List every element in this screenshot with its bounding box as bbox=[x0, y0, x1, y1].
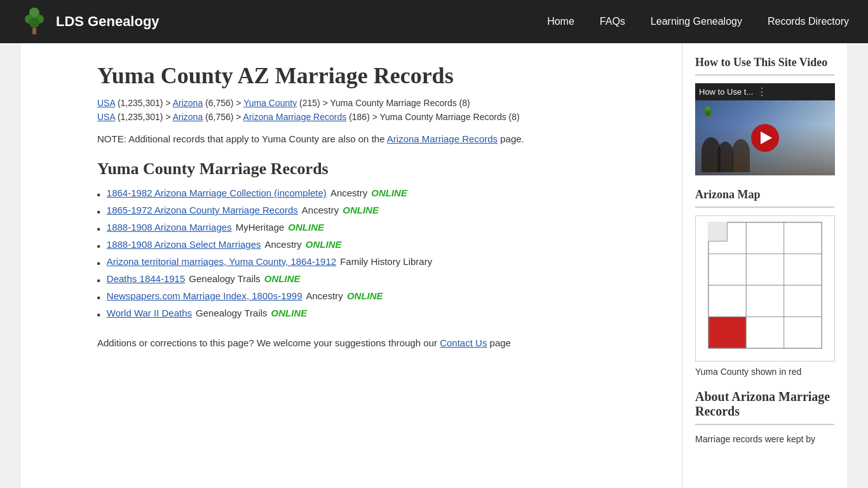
svg-rect-14 bbox=[709, 254, 746, 286]
list-item: Deaths 1844-1915 Genealogy Trails ONLINE bbox=[97, 273, 656, 284]
video-section: How to Use This Site Video How to Use t.… bbox=[695, 56, 834, 175]
svg-rect-20 bbox=[709, 317, 746, 349]
svg-rect-18 bbox=[746, 285, 783, 317]
video-body bbox=[695, 100, 835, 175]
svg-rect-16 bbox=[784, 254, 822, 286]
breadcrumb-arizona-marriage[interactable]: Arizona Marriage Records bbox=[243, 112, 347, 122]
record-link-0[interactable]: 1864-1982 Arizona Marriage Collection (i… bbox=[107, 187, 327, 198]
nav-records-directory[interactable]: Records Directory bbox=[768, 16, 849, 27]
breadcrumb-usa-1[interactable]: USA bbox=[97, 98, 115, 108]
record-link-1[interactable]: 1865-1972 Arizona County Marriage Record… bbox=[107, 205, 298, 215]
about-text: Marriage records were kept by bbox=[695, 433, 834, 446]
video-thumbnail[interactable]: How to Use t... ⋮ bbox=[695, 83, 835, 175]
contact-us-link[interactable]: Contact Us bbox=[440, 337, 487, 348]
svg-rect-15 bbox=[746, 254, 783, 286]
logo-text: LDS Genealogy bbox=[56, 13, 159, 30]
list-item: 1865-1972 Arizona County Marriage Record… bbox=[97, 205, 656, 215]
svg-rect-21 bbox=[746, 317, 783, 349]
breadcrumb-1: USA (1,235,301) > Arizona (6,756) > Yuma… bbox=[97, 98, 656, 108]
list-item: 1888-1908 Arizona Select Marriages Ances… bbox=[97, 239, 656, 250]
nav-learning-genealogy[interactable]: Learning Genealogy bbox=[651, 16, 742, 27]
breadcrumb-arizona-2[interactable]: Arizona bbox=[173, 112, 203, 122]
site-logo[interactable]: LDS Genealogy bbox=[19, 6, 159, 37]
about-section-title: About Arizona Marriage Records bbox=[695, 390, 834, 419]
svg-rect-4 bbox=[32, 28, 36, 34]
video-logo-overlay bbox=[700, 105, 715, 121]
page-wrapper: Yuma County AZ Marriage Records USA (1,2… bbox=[21, 43, 847, 488]
corrections-paragraph: Additions or corrections to this page? W… bbox=[97, 337, 656, 348]
note-paragraph: NOTE: Additional records that apply to Y… bbox=[97, 133, 656, 144]
svg-rect-13 bbox=[784, 222, 822, 254]
tree-logo-icon bbox=[19, 6, 50, 37]
section-title: Yuma County Marriage Records bbox=[97, 159, 656, 179]
svg-point-8 bbox=[705, 111, 710, 116]
video-section-title: How to Use This Site Video bbox=[695, 56, 834, 69]
video-divider bbox=[695, 74, 834, 76]
note-arizona-marriage-link[interactable]: Arizona Marriage Records bbox=[387, 133, 498, 144]
breadcrumb-yuma-county[interactable]: Yuma County bbox=[243, 98, 297, 108]
map-section-title: Arizona Map bbox=[695, 188, 834, 201]
svg-rect-9 bbox=[707, 116, 709, 119]
svg-rect-12 bbox=[746, 222, 783, 254]
sidebar: How to Use This Site Video How to Use t.… bbox=[682, 43, 847, 488]
list-item: 1888-1908 Arizona Marriages MyHeritage O… bbox=[97, 222, 656, 233]
list-item: 1864-1982 Arizona Marriage Collection (i… bbox=[97, 187, 656, 198]
record-link-7[interactable]: World War II Deaths bbox=[107, 308, 192, 318]
nav-faqs[interactable]: FAQs bbox=[600, 16, 625, 27]
svg-rect-22 bbox=[784, 317, 822, 349]
main-content: Yuma County AZ Marriage Records USA (1,2… bbox=[21, 43, 682, 488]
video-title-text: How to Use t... bbox=[699, 87, 753, 97]
breadcrumb-arizona-1[interactable]: Arizona bbox=[173, 98, 203, 108]
record-link-6[interactable]: Newspapers.com Marriage Index, 1800s-199… bbox=[107, 290, 302, 301]
map-divider bbox=[695, 207, 834, 208]
svg-rect-17 bbox=[709, 285, 746, 317]
svg-rect-19 bbox=[784, 285, 822, 317]
record-link-4[interactable]: Arizona territorial marriages, Yuma Coun… bbox=[107, 256, 336, 267]
record-link-3[interactable]: 1888-1908 Arizona Select Marriages bbox=[107, 239, 261, 250]
arizona-map bbox=[695, 215, 835, 362]
list-item: Arizona territorial marriages, Yuma Coun… bbox=[97, 256, 656, 267]
about-divider bbox=[695, 424, 834, 425]
navbar: LDS Genealogy Home FAQs Learning Genealo… bbox=[0, 0, 868, 43]
breadcrumb-usa-2[interactable]: USA bbox=[97, 112, 115, 122]
record-link-5[interactable]: Deaths 1844-1915 bbox=[107, 273, 185, 284]
list-item: World War II Deaths Genealogy Trails ONL… bbox=[97, 308, 656, 318]
svg-point-3 bbox=[29, 18, 39, 28]
list-item: Newspapers.com Marriage Index, 1800s-199… bbox=[97, 290, 656, 301]
nav-home[interactable]: Home bbox=[547, 16, 574, 27]
map-caption: Yuma County shown in red bbox=[695, 367, 834, 377]
video-top-bar: How to Use t... ⋮ bbox=[695, 83, 835, 100]
map-section: Arizona Map bbox=[695, 188, 834, 377]
page-title: Yuma County AZ Marriage Records bbox=[97, 62, 656, 89]
video-options-icon: ⋮ bbox=[757, 86, 767, 98]
record-link-2[interactable]: 1888-1908 Arizona Marriages bbox=[107, 222, 232, 233]
svg-rect-23 bbox=[709, 222, 728, 241]
records-list: 1864-1982 Arizona Marriage Collection (i… bbox=[97, 187, 656, 318]
breadcrumb-2: USA (1,235,301) > Arizona (6,756) > Ariz… bbox=[97, 112, 656, 122]
about-section: About Arizona Marriage Records Marriage … bbox=[695, 390, 834, 446]
play-button-icon[interactable] bbox=[751, 124, 779, 152]
nav-links: Home FAQs Learning Genealogy Records Dir… bbox=[547, 16, 849, 27]
